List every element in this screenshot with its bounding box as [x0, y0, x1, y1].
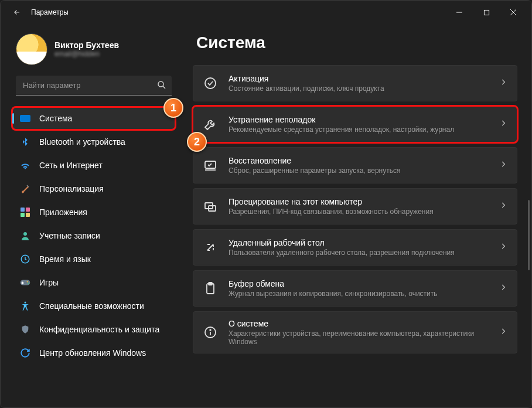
sidebar-item-label: Bluetooth и устройства [39, 137, 125, 147]
annotation-marker-2: 2 [187, 132, 207, 152]
checkmark-circle-icon [203, 76, 218, 91]
titlebar: Параметры [1, 1, 531, 24]
sidebar-item-label: Персонализация [39, 184, 104, 193]
close-button[interactable] [500, 3, 527, 22]
sidebar-item-accessibility[interactable]: Специальные возможности [12, 295, 175, 317]
settings-window: Параметры Виктор Бухтеев email@hidden [0, 0, 532, 408]
recovery-icon [203, 158, 218, 173]
profile-block[interactable]: Виктор Бухтеев email@hidden [16, 33, 172, 65]
sidebar-item-personalization[interactable]: Персонализация [12, 178, 175, 200]
sidebar-item-label: Приложения [39, 208, 87, 217]
main-panel: Система Активация Состояние активации, п… [182, 24, 531, 407]
update-icon [19, 347, 31, 359]
window-title: Параметры [31, 8, 69, 16]
chevron-right-icon [499, 201, 507, 212]
info-icon [203, 325, 218, 340]
sidebar-item-label: Игры [39, 278, 59, 287]
sidebar-item-accounts[interactable]: Учетные записи [12, 225, 175, 247]
back-button[interactable] [8, 3, 26, 22]
sidebar-item-bluetooth[interactable]: Bluetooth и устройства [12, 131, 175, 153]
svg-point-6 [23, 232, 27, 236]
sidebar-item-network[interactable]: Сеть и Интернет [12, 154, 175, 176]
sidebar-item-label: Учетные записи [39, 231, 100, 240]
sidebar-item-label: Специальные возможности [39, 301, 144, 311]
card-title: Буфер обмена [229, 279, 489, 288]
sidebar-item-system[interactable]: Система [12, 107, 175, 130]
window-controls [446, 3, 527, 22]
sidebar: Виктор Бухтеев email@hidden Система 1 [1, 24, 182, 407]
chevron-right-icon [499, 119, 507, 130]
profile-email: email@hidden [54, 50, 119, 58]
card-desc: Разрешения, ПИН-код связывания, возможно… [229, 208, 489, 216]
chevron-right-icon [499, 327, 507, 338]
card-title: Устранение неполадок [229, 115, 489, 124]
sidebar-item-label: Сеть и Интернет [39, 161, 103, 170]
clock-globe-icon [19, 253, 31, 265]
card-title: Проецирование на этот компьютер [229, 197, 489, 206]
remote-desktop-icon [203, 240, 218, 255]
brush-icon [19, 183, 31, 195]
svg-point-4 [158, 81, 163, 87]
accessibility-icon [19, 300, 31, 312]
svg-point-10 [28, 283, 29, 284]
chevron-right-icon [499, 78, 507, 89]
search-box [16, 76, 172, 96]
chevron-right-icon [499, 242, 507, 253]
wifi-icon [19, 159, 31, 171]
search-input[interactable] [16, 76, 172, 96]
gamepad-icon [19, 277, 31, 288]
bluetooth-icon [19, 136, 31, 148]
maximize-button[interactable] [473, 3, 500, 22]
card-title: Восстановление [229, 156, 489, 165]
content: Виктор Бухтеев email@hidden Система 1 [1, 24, 531, 407]
sidebar-item-apps[interactable]: Приложения [12, 201, 175, 223]
card-desc: Журнал вырезания и копирования, синхрони… [229, 290, 489, 298]
apps-icon [19, 206, 31, 218]
card-desc: Характеристики устройства, переименовани… [229, 329, 489, 346]
card-remote-desktop[interactable]: Удаленный рабочий стол Пользователи удал… [193, 229, 517, 266]
sidebar-item-label: Система [39, 114, 72, 123]
card-projecting[interactable]: Проецирование на этот компьютер Разрешен… [193, 188, 517, 225]
svg-point-14 [205, 78, 216, 89]
card-desc: Сброс, расширенные параметры запуска, ве… [229, 166, 489, 175]
shield-icon [19, 324, 31, 335]
card-activation[interactable]: Активация Состояние активации, подписки,… [193, 65, 517, 101]
svg-line-5 [163, 86, 165, 89]
card-clipboard[interactable]: Буфер обмена Журнал вырезания и копирова… [193, 270, 517, 307]
profile-name: Виктор Бухтеев [54, 40, 119, 50]
search-icon [156, 80, 167, 93]
svg-point-13 [25, 302, 26, 304]
page-title: Система [196, 33, 517, 52]
card-desc: Состояние активации, подписки, ключ прод… [229, 84, 489, 93]
display-icon [19, 113, 31, 124]
sidebar-item-windows-update[interactable]: Центр обновления Windows [12, 342, 175, 364]
person-icon [19, 230, 31, 242]
card-recovery[interactable]: Восстановление Сброс, расширенные параме… [193, 147, 517, 183]
card-about[interactable]: О системе Характеристики устройства, пер… [193, 311, 517, 353]
annotation-marker-1: 1 [163, 98, 183, 118]
sidebar-item-privacy[interactable]: Конфиденциальность и защита [12, 318, 175, 341]
minimize-button[interactable] [446, 3, 473, 22]
svg-rect-12 [21, 283, 24, 284]
avatar [16, 33, 47, 65]
sidebar-item-label: Центр обновления Windows [39, 348, 146, 358]
svg-point-22 [210, 329, 211, 331]
chevron-right-icon [499, 160, 507, 171]
sidebar-item-time-language[interactable]: Время и язык [12, 248, 175, 270]
card-troubleshoot[interactable]: Устранение неполадок Рекомендуемые средс… [193, 106, 517, 142]
wrench-icon [203, 117, 218, 132]
card-desc: Пользователи удаленного рабочего стола, … [229, 249, 489, 257]
card-title: Активация [229, 74, 489, 83]
card-desc: Рекомендуемые средства устранения непола… [229, 125, 489, 134]
sidebar-nav: Система 1 Bluetooth и устройства Сеть и … [12, 107, 175, 364]
sidebar-item-label: Время и язык [39, 254, 91, 264]
card-title: Удаленный рабочий стол [229, 238, 489, 247]
settings-list: Активация Состояние активации, подписки,… [193, 65, 517, 353]
chevron-right-icon [499, 283, 507, 294]
projecting-icon [203, 199, 218, 214]
clipboard-icon [203, 281, 218, 296]
sidebar-item-label: Конфиденциальность и защита [39, 325, 159, 334]
scrollbar[interactable] [528, 200, 530, 270]
svg-point-9 [27, 281, 28, 282]
sidebar-item-gaming[interactable]: Игры [12, 271, 175, 294]
